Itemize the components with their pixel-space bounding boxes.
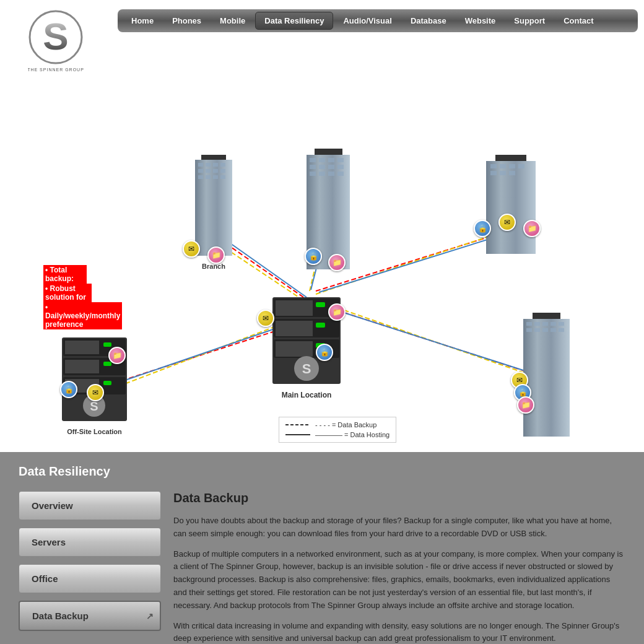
right-top-lock-icon: 🔒 bbox=[474, 220, 491, 237]
svg-rect-46 bbox=[509, 164, 515, 168]
sidebar-btn-databackup[interactable]: Data Backup ↗ bbox=[19, 601, 161, 631]
branch-mail-icon: ✉ bbox=[183, 240, 200, 258]
svg-rect-39 bbox=[310, 172, 316, 176]
svg-rect-49 bbox=[500, 171, 506, 175]
center-folder-icon: 📁 bbox=[328, 254, 346, 271]
offsite-label: Off-Site Location bbox=[59, 428, 130, 435]
svg-rect-28 bbox=[213, 175, 218, 179]
svg-rect-26 bbox=[198, 175, 203, 179]
nav-support[interactable]: Support bbox=[505, 12, 554, 29]
svg-rect-65 bbox=[65, 341, 99, 354]
svg-rect-40 bbox=[319, 172, 325, 176]
svg-rect-41 bbox=[328, 172, 334, 176]
svg-rect-29 bbox=[220, 175, 225, 179]
branch-building-group: Branch ✉ 📁 bbox=[192, 155, 235, 270]
right-top-mail-icon: ✉ bbox=[498, 214, 516, 231]
svg-rect-78 bbox=[542, 322, 548, 326]
content-title: Data Backup bbox=[173, 491, 625, 505]
main-label: Main Location bbox=[266, 391, 347, 399]
svg-rect-47 bbox=[518, 164, 524, 168]
nav-database[interactable]: Database bbox=[402, 12, 455, 29]
offsite-mail-icon: ✉ bbox=[87, 384, 104, 401]
svg-rect-53 bbox=[276, 300, 313, 316]
svg-rect-21 bbox=[220, 163, 225, 167]
section-title: Data Resiliency bbox=[19, 464, 625, 479]
svg-rect-45 bbox=[500, 164, 506, 168]
svg-rect-44 bbox=[490, 164, 497, 168]
nav-contact[interactable]: Contact bbox=[555, 12, 602, 29]
bottom-section: Data Resiliency Overview Servers Office … bbox=[0, 452, 644, 644]
svg-rect-66 bbox=[103, 342, 111, 347]
nav-data-resiliency[interactable]: Data Resiliency bbox=[255, 12, 333, 30]
svg-rect-23 bbox=[206, 169, 211, 173]
sidebar-btn-office[interactable]: Office bbox=[19, 564, 161, 593]
svg-rect-17 bbox=[195, 160, 232, 256]
svg-rect-59 bbox=[276, 341, 313, 357]
header: S THE SPINNER GROUP Home Phones Mobile D… bbox=[0, 0, 644, 80]
right-bottom-building-group: ✉ 🔒 📁 bbox=[520, 313, 573, 442]
diagram-area: • Total backup: user settings, bookmarks… bbox=[0, 80, 644, 452]
svg-rect-38 bbox=[337, 165, 344, 169]
main-lock-icon: 🔒 bbox=[316, 344, 333, 361]
svg-rect-83 bbox=[542, 328, 548, 332]
nav-home[interactable]: Home bbox=[123, 12, 162, 29]
svg-rect-82 bbox=[534, 328, 540, 332]
nav-website[interactable]: Website bbox=[456, 12, 505, 29]
diagram-legend: - - - - = Data Backup ———— = Data Hostin… bbox=[279, 417, 396, 443]
svg-rect-85 bbox=[559, 328, 564, 332]
svg-rect-19 bbox=[206, 163, 211, 167]
svg-rect-75 bbox=[523, 319, 570, 437]
svg-rect-33 bbox=[328, 158, 334, 162]
svg-rect-18 bbox=[198, 163, 203, 167]
svg-rect-32 bbox=[319, 158, 325, 162]
svg-text:THE SPINNER GROUP: THE SPINNER GROUP bbox=[28, 67, 84, 72]
content-para-2: Backup of multiple computers in a networ… bbox=[173, 548, 625, 612]
center-lock-icon: 🔒 bbox=[305, 248, 322, 265]
main-mail-icon: ✉ bbox=[257, 310, 274, 327]
main-content: Data Backup Do you have doubts about the… bbox=[173, 491, 625, 644]
svg-rect-69 bbox=[103, 362, 111, 366]
right-top-building bbox=[483, 161, 539, 257]
svg-rect-77 bbox=[534, 322, 540, 326]
svg-rect-84 bbox=[550, 328, 556, 332]
svg-rect-76 bbox=[526, 322, 532, 326]
svg-rect-79 bbox=[550, 322, 556, 326]
nav-phones[interactable]: Phones bbox=[163, 12, 210, 29]
svg-rect-68 bbox=[65, 360, 99, 373]
svg-line-5 bbox=[316, 303, 526, 372]
legend-hosting-text: ———— = Data Hosting bbox=[315, 431, 389, 438]
svg-line-13 bbox=[226, 240, 307, 297]
svg-rect-36 bbox=[319, 165, 325, 169]
svg-rect-31 bbox=[310, 158, 316, 162]
navbar: Home Phones Mobile Data Resiliency Audio… bbox=[118, 9, 638, 32]
main-server-group: S Main Location ✉ 📁 🔒 bbox=[266, 291, 347, 399]
offsite-lock-icon: 🔒 bbox=[60, 381, 77, 398]
svg-rect-72 bbox=[103, 381, 111, 385]
content-area: Overview Servers Office Data Backup ↗ Da… bbox=[19, 491, 625, 644]
main-folder-icon: 📁 bbox=[328, 303, 346, 321]
logo-area: S THE SPINNER GROUP bbox=[0, 6, 111, 80]
svg-rect-37 bbox=[328, 165, 334, 169]
company-logo: S THE SPINNER GROUP bbox=[28, 9, 84, 77]
svg-rect-48 bbox=[490, 171, 497, 175]
content-para-1: Do you have doubts about the backup and … bbox=[173, 515, 625, 541]
svg-rect-35 bbox=[310, 165, 316, 169]
nav-mobile[interactable]: Mobile bbox=[211, 12, 254, 29]
svg-rect-22 bbox=[198, 169, 203, 173]
svg-text:S: S bbox=[302, 361, 311, 376]
svg-rect-24 bbox=[213, 169, 218, 173]
sidebar: Overview Servers Office Data Backup ↗ bbox=[19, 491, 161, 644]
nav-audiovisual[interactable]: Audio/Visual bbox=[334, 12, 401, 29]
center-building-group: 🔒 📁 bbox=[303, 149, 353, 275]
svg-rect-80 bbox=[559, 322, 564, 326]
svg-rect-50 bbox=[509, 171, 515, 175]
active-arrow-icon: ↗ bbox=[146, 611, 154, 621]
sidebar-btn-servers[interactable]: Servers bbox=[19, 528, 161, 557]
svg-rect-25 bbox=[220, 169, 225, 173]
svg-rect-20 bbox=[213, 163, 218, 167]
offsite-server-group: S Off-Site Location 📁 🔒 ✉ bbox=[59, 334, 130, 435]
svg-rect-42 bbox=[337, 172, 344, 176]
right-bot-folder-icon: 📁 bbox=[517, 396, 534, 414]
svg-rect-56 bbox=[276, 321, 313, 336]
sidebar-btn-overview[interactable]: Overview bbox=[19, 491, 161, 520]
